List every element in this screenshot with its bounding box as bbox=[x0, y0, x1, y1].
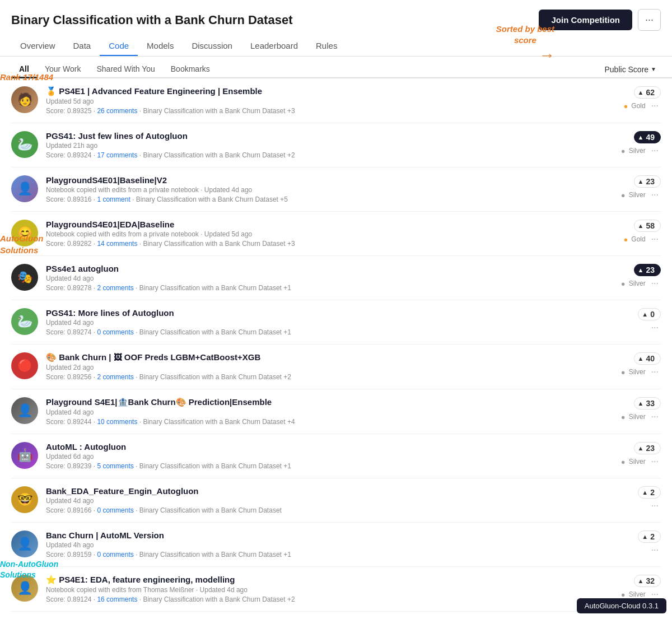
medal-row: ●Silver··· bbox=[621, 367, 661, 377]
notebook-info: AutoML : AutogluonUpdated 6d agoScore: 0… bbox=[46, 442, 613, 470]
options-button[interactable]: ··· bbox=[649, 323, 661, 333]
options-button[interactable]: ··· bbox=[649, 457, 661, 467]
medal-icon: ● bbox=[621, 147, 626, 155]
vote-count: 33 bbox=[646, 399, 655, 408]
notebook-updated: Updated 4d ago bbox=[46, 497, 630, 505]
notebook-title[interactable]: ⭐ PS4E1: EDA, feature engineering, model… bbox=[46, 575, 613, 585]
vote-count: 58 bbox=[646, 221, 655, 230]
comments-link[interactable]: 16 comments bbox=[97, 595, 137, 603]
medal-icon: ● bbox=[623, 102, 628, 110]
vote-button[interactable]: ▲32 bbox=[634, 575, 661, 587]
notebook-info: PlaygroundS4E01|Baseline|V2Notebook copi… bbox=[46, 175, 613, 203]
comments-link[interactable]: 1 comment bbox=[97, 196, 130, 203]
vote-button[interactable]: ▲23 bbox=[634, 264, 661, 276]
options-button[interactable]: ··· bbox=[649, 501, 661, 511]
options-button[interactable]: ··· bbox=[649, 101, 661, 111]
tab-leaderboard[interactable]: Leaderboard bbox=[241, 36, 307, 56]
vote-button[interactable]: ▲23 bbox=[634, 175, 661, 188]
vote-button[interactable]: ▲62 bbox=[634, 86, 661, 99]
notebook-title[interactable]: PlaygroundS4E01|Baseline|V2 bbox=[46, 175, 613, 185]
tab-models[interactable]: Models bbox=[138, 36, 183, 56]
comments-link[interactable]: 14 comments bbox=[97, 240, 137, 248]
comments-link[interactable]: 0 comments bbox=[97, 551, 133, 559]
notebook-right: ▲23●Silver··· bbox=[621, 264, 661, 288]
notebook-title[interactable]: 🎨 Bank Churn | 🖼 OOF Preds LGBM+CatBoost… bbox=[46, 352, 613, 362]
vote-button[interactable]: ▲40 bbox=[634, 352, 661, 365]
vote-button[interactable]: ▲23 bbox=[634, 442, 661, 454]
subtab-bookmarks[interactable]: Bookmarks bbox=[163, 61, 218, 78]
notebook-title[interactable]: Bank_EDA_Feature_Engin_Autogluon bbox=[46, 486, 630, 496]
notebook-updated: Notebook copied with edits from Thomas M… bbox=[46, 586, 613, 594]
comments-link[interactable]: 0 comments bbox=[97, 506, 133, 514]
notebook-title[interactable]: PlaygroundS4E01|EDA|Baseline bbox=[46, 220, 615, 229]
vote-button[interactable]: ▲0 bbox=[638, 308, 661, 320]
subtab-shared-with-you[interactable]: Shared With You bbox=[88, 61, 162, 78]
vote-button[interactable]: ▲58 bbox=[634, 220, 661, 232]
vote-count: 0 bbox=[650, 310, 655, 319]
notebook-right: ▲23●Silver··· bbox=[621, 442, 661, 467]
vote-button[interactable]: ▲2 bbox=[638, 530, 661, 543]
comments-link[interactable]: 17 comments bbox=[97, 151, 137, 159]
vote-count: 23 bbox=[646, 266, 655, 274]
medal-icon: ● bbox=[621, 280, 626, 288]
comments-link[interactable]: 2 comments bbox=[97, 373, 133, 381]
tab-rules[interactable]: Rules bbox=[307, 36, 346, 56]
notebook-title[interactable]: AutoML : Autogluon bbox=[46, 442, 613, 452]
vote-arrow-icon: ▲ bbox=[638, 134, 644, 141]
options-button[interactable]: ··· bbox=[649, 412, 661, 422]
options-button[interactable]: ··· bbox=[649, 545, 661, 555]
medal-label: Silver bbox=[629, 458, 646, 466]
notebook-title[interactable]: Playground S4E1|🏦Bank Churn🎨 Prediction|… bbox=[46, 397, 613, 407]
notebook-updated: Updated 5d ago bbox=[46, 97, 615, 105]
list-item: 🎭PSs4e1 autogluonUpdated 4d agoScore: 0.… bbox=[11, 256, 661, 300]
vote-button[interactable]: ▲33 bbox=[634, 397, 661, 409]
vote-arrow-icon: ▲ bbox=[638, 355, 644, 362]
options-row: ··· bbox=[649, 545, 661, 555]
list-item: 👤Banc Churn | AutoML VersionUpdated 4h a… bbox=[11, 523, 661, 567]
options-button[interactable]: ··· bbox=[649, 367, 661, 377]
notebook-updated: Updated 6d ago bbox=[46, 453, 613, 460]
comments-link[interactable]: 2 comments bbox=[97, 284, 133, 292]
notebook-right: ▲62●Gold··· bbox=[623, 86, 661, 111]
notebook-stats: Score: 0.89256 · 2 comments · Binary Cla… bbox=[46, 373, 613, 381]
notebook-title[interactable]: PGS41: Just few lines of Autogluon bbox=[46, 131, 613, 141]
notebook-list: 🧑🏅 PS4E1 | Advanced Feature Engineering … bbox=[0, 78, 672, 612]
avatar: 🦢 bbox=[11, 131, 38, 158]
medal-row: ●Silver··· bbox=[621, 278, 661, 288]
comments-link[interactable]: 0 comments bbox=[97, 328, 133, 336]
medal-row: ●Silver··· bbox=[621, 190, 661, 200]
medal-label: Gold bbox=[631, 235, 645, 243]
public-score-sort[interactable]: Public Score ▼ bbox=[600, 63, 661, 76]
options-button[interactable]: ··· bbox=[649, 234, 661, 244]
vote-button[interactable]: ▲49 bbox=[634, 131, 661, 143]
notebook-updated: Updated 2d ago bbox=[46, 364, 613, 371]
more-options-button[interactable]: ··· bbox=[638, 9, 661, 31]
comments-link[interactable]: 10 comments bbox=[97, 418, 137, 426]
notebook-title[interactable]: PSs4e1 autogluon bbox=[46, 264, 613, 273]
join-competition-button[interactable]: Join Competition bbox=[539, 10, 632, 30]
vote-arrow-icon: ▲ bbox=[642, 489, 648, 496]
notebook-updated: Notebook copied with edits from a privat… bbox=[46, 230, 615, 238]
subtab-your-work[interactable]: Your Work bbox=[37, 61, 89, 78]
options-button[interactable]: ··· bbox=[649, 146, 661, 156]
tab-code[interactable]: Code bbox=[100, 36, 138, 56]
options-button[interactable]: ··· bbox=[649, 278, 661, 288]
avatar: 👤 bbox=[11, 530, 38, 557]
options-button[interactable]: ··· bbox=[649, 190, 661, 200]
subtab-all[interactable]: All bbox=[11, 61, 37, 78]
medal-row: ●Gold··· bbox=[623, 101, 661, 111]
tab-overview[interactable]: Overview bbox=[11, 36, 64, 56]
notebook-title[interactable]: 🏅 PS4E1 | Advanced Feature Engineering |… bbox=[46, 86, 615, 96]
comments-link[interactable]: 26 comments bbox=[97, 107, 137, 115]
medal-label: Silver bbox=[629, 147, 646, 155]
comments-link[interactable]: 5 comments bbox=[97, 462, 133, 470]
vote-arrow-icon: ▲ bbox=[638, 222, 644, 229]
vote-button[interactable]: ▲2 bbox=[638, 486, 661, 499]
tab-data[interactable]: Data bbox=[64, 36, 100, 56]
notebook-title[interactable]: PGS41: More lines of Autogluon bbox=[46, 308, 630, 318]
options-row: ··· bbox=[649, 501, 661, 511]
medal-label: Gold bbox=[631, 102, 645, 110]
notebook-right: ▲2··· bbox=[638, 530, 661, 555]
notebook-title[interactable]: Banc Churn | AutoML Version bbox=[46, 530, 630, 540]
tab-discussion[interactable]: Discussion bbox=[183, 36, 241, 56]
